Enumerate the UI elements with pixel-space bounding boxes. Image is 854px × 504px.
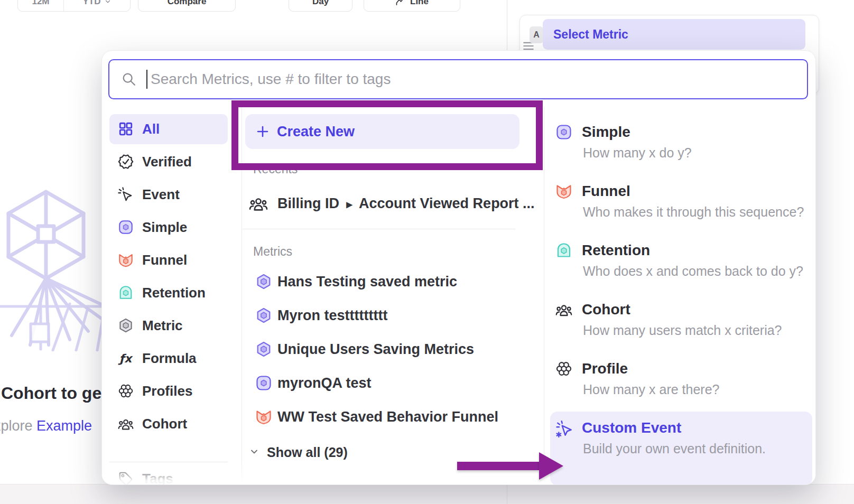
simple-icon [118, 219, 134, 235]
metric-list-item[interactable]: WW Test Saved Behavior Funnel [277, 408, 498, 426]
verified-icon [118, 154, 134, 170]
sidebar-item-simple[interactable]: Simple [142, 219, 187, 236]
recent-item-secondary: Account Viewed Report ... [359, 195, 535, 211]
chart-type-line-button[interactable]: Line [364, 0, 460, 12]
cohort-icon [118, 416, 134, 432]
tag-icon [118, 471, 134, 485]
funnel-icon [255, 408, 272, 425]
empty-state-illustration [0, 177, 107, 351]
annotation-arrow-shaft [457, 462, 539, 470]
caret-right-icon: ▸ [347, 198, 352, 211]
chart-type-label: Line [410, 0, 429, 7]
metric-list-item[interactable]: Myron testtttttttt [277, 306, 387, 324]
metrics-section-label: Metrics [253, 244, 292, 259]
show-all-button[interactable]: Show all (29) [267, 443, 348, 461]
select-metric-label: Select Metric [553, 27, 628, 42]
sidebar-item-metric[interactable]: Metric [142, 317, 183, 334]
chevron-down-icon [249, 446, 259, 457]
sidebar-item-all[interactable]: All [142, 120, 160, 137]
app-screen: 12M YTD Compare Day Line A Select Metric [0, 0, 854, 504]
sidebar-item-cohort[interactable]: Cohort [142, 415, 187, 432]
sidebar-item-retention[interactable]: Retention [142, 284, 206, 301]
page-column-divider [507, 0, 507, 50]
metric-icon [118, 318, 134, 333]
annotation-arrow-head [539, 452, 563, 480]
type-retention-desc: Who does x and comes back to do y? [583, 263, 803, 279]
empty-state-headline: Cohort to ge [1, 382, 101, 404]
sidebar-item-funnel[interactable]: Funnel [142, 251, 187, 268]
event-icon [118, 186, 134, 202]
annotation-highlight-box [231, 100, 543, 170]
saved-metric-hexagon-icon [255, 341, 272, 358]
recent-item-primary: Billing ID [277, 195, 339, 211]
sidebar-bottom-divider [109, 462, 228, 462]
type-cohort-desc: How many users match x criteria? [583, 322, 782, 339]
select-metric-pill[interactable]: Select Metric [543, 19, 805, 50]
sidebar-item-event[interactable]: Event [142, 186, 180, 203]
series-row-label: A [533, 30, 540, 40]
retention-icon [118, 285, 134, 301]
type-funnel-desc: Who makes it through this sequence? [583, 203, 804, 220]
date-range-segmented-control: 12M YTD [17, 0, 131, 12]
compare-button[interactable]: Compare [138, 0, 236, 12]
type-profile-title[interactable]: Profile [582, 360, 628, 378]
saved-metric-hexagon-icon [255, 307, 272, 324]
cohort-icon [249, 194, 268, 213]
custom-event-icon [555, 420, 573, 438]
search-placeholder: Search Metrics, use # to filter to tags [151, 71, 391, 88]
type-retention-title[interactable]: Retention [582, 241, 650, 259]
cohort-icon [555, 301, 572, 318]
simple-icon [555, 124, 572, 141]
formula-icon [118, 350, 134, 366]
type-profile-desc: How many x are there? [583, 381, 719, 398]
metric-list-item[interactable]: myronQA test [277, 374, 372, 392]
types-divider [544, 107, 544, 485]
type-custom-event-title[interactable]: Custom Event [582, 419, 681, 437]
chevron-down-icon [104, 0, 112, 5]
text-caret [146, 70, 147, 89]
example-link[interactable]: Example [36, 418, 92, 434]
search-icon [121, 71, 137, 87]
type-cohort-title[interactable]: Cohort [582, 301, 630, 319]
metric-search-input[interactable]: Search Metrics, use # to filter to tags [108, 59, 808, 99]
explore-fragment: xplore [0, 418, 33, 434]
interval-label: Day [312, 0, 329, 7]
sidebar-item-formula[interactable]: Formula [142, 350, 197, 367]
funnel-icon [555, 183, 572, 200]
profiles-icon [118, 383, 134, 399]
type-simple-desc: How many x do y? [583, 144, 692, 161]
type-funnel-title[interactable]: Funnel [582, 182, 630, 200]
empty-state-subtext: xplore Example [0, 416, 101, 435]
grid-icon [118, 121, 134, 137]
saved-metric-hexagon-icon [255, 273, 272, 290]
type-simple-title[interactable]: Simple [582, 123, 630, 141]
simple-icon [255, 375, 272, 391]
range-ytd-label: YTD [83, 0, 101, 7]
sidebar-item-profiles[interactable]: Profiles [142, 382, 192, 399]
recents-metrics-divider [243, 229, 515, 229]
range-ytd-button[interactable]: YTD [63, 0, 130, 11]
metric-list-item[interactable]: Hans Testing saved metric [277, 273, 457, 291]
funnel-icon [118, 252, 134, 268]
profiles-icon [555, 360, 572, 377]
page-bottom-strip [0, 484, 854, 504]
sidebar-item-verified[interactable]: Verified [142, 153, 192, 170]
retention-icon [555, 242, 572, 259]
empty-state-headline-clip: Cohort to ge [0, 382, 101, 404]
recent-item[interactable]: Billing ID ▸ Account Viewed Report ... [277, 194, 535, 213]
range-12m-button[interactable]: 12M [18, 0, 63, 11]
page-column-divider-bottom [507, 484, 507, 504]
compare-label: Compare [168, 0, 207, 7]
sidebar-item-tags[interactable]: Tags [142, 470, 173, 485]
line-chart-icon [395, 0, 406, 7]
range-12m-label: 12M [32, 0, 49, 7]
empty-state-subtext-clip: xplore Example [0, 416, 101, 435]
type-custom-event-desc: Build your own event definition. [583, 440, 766, 457]
series-row-badge: A [530, 26, 543, 43]
interval-day-button[interactable]: Day [289, 0, 352, 12]
metric-list-item[interactable]: Unique Users Saving Metrics [277, 340, 474, 358]
